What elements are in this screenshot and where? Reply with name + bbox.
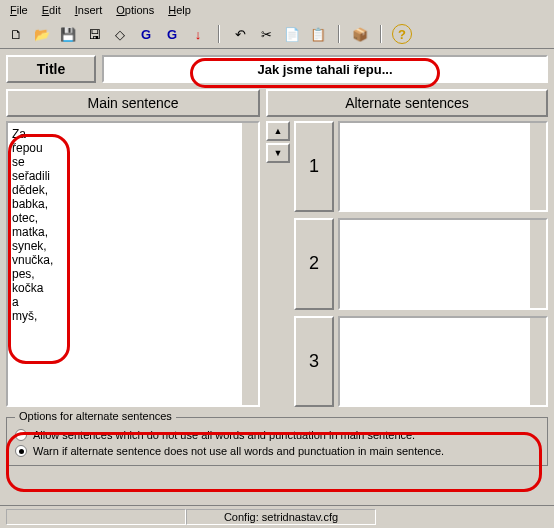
move-down-button[interactable]: ▼ [266, 143, 290, 163]
menu-insert[interactable]: Insert [69, 2, 109, 18]
radio-icon[interactable] [15, 429, 27, 441]
scrollbar[interactable] [530, 318, 546, 405]
separator [380, 25, 382, 43]
title-input[interactable] [102, 55, 548, 83]
status-left [6, 509, 186, 525]
title-label: Title [6, 55, 96, 83]
g2-icon[interactable]: G [162, 24, 182, 44]
open-icon[interactable]: 📂 [32, 24, 52, 44]
toolbar: 🗋 📂 💾 🖫 ◇ G G ↓ ↶ ✂ 📄 📋 📦 ? [0, 20, 554, 49]
option-allow-label: Allow sentences which do not use all wor… [33, 429, 415, 441]
main-sentence-box[interactable]: Za řepou se seřadili dědek, babka, otec,… [6, 121, 260, 407]
status-config: Config: setridnastav.cfg [186, 509, 376, 525]
cut-icon[interactable]: ✂ [256, 24, 276, 44]
new-icon[interactable]: 🗋 [6, 24, 26, 44]
slot-3-button[interactable]: 3 [294, 316, 334, 407]
help-icon[interactable]: ? [392, 24, 412, 44]
main-sentence-header: Main sentence [6, 89, 260, 117]
scrollbar[interactable] [242, 123, 258, 405]
menubar: File Edit Insert Options Help [0, 0, 554, 20]
menu-file[interactable]: File [4, 2, 34, 18]
statusbar: Config: setridnastav.cfg [0, 505, 554, 528]
slot-1-button[interactable]: 1 [294, 121, 334, 212]
erase-icon[interactable]: ◇ [110, 24, 130, 44]
undo-icon[interactable]: ↶ [230, 24, 250, 44]
save-set-icon[interactable]: 🖫 [84, 24, 104, 44]
menu-edit[interactable]: Edit [36, 2, 67, 18]
alt-sentence-3[interactable] [338, 316, 548, 407]
options-group: Options for alternate sentences Allow se… [6, 417, 548, 466]
scrollbar[interactable] [530, 220, 546, 307]
paste-icon[interactable]: 📋 [308, 24, 328, 44]
slot-2-button[interactable]: 2 [294, 218, 334, 309]
app-icon[interactable]: 📦 [350, 24, 370, 44]
option-warn[interactable]: Warn if alternate sentence does not use … [15, 443, 539, 459]
main-sentence-text: Za řepou se seřadili dědek, babka, otec,… [12, 127, 254, 323]
scrollbar[interactable] [530, 123, 546, 210]
options-legend: Options for alternate sentences [15, 410, 176, 422]
alternate-sentences-header: Alternate sentences [266, 89, 548, 117]
separator [338, 25, 340, 43]
g1-icon[interactable]: G [136, 24, 156, 44]
option-warn-label: Warn if alternate sentence does not use … [33, 445, 444, 457]
save-icon[interactable]: 💾 [58, 24, 78, 44]
copy-icon[interactable]: 📄 [282, 24, 302, 44]
alt-sentence-2[interactable] [338, 218, 548, 309]
alt-sentence-1[interactable] [338, 121, 548, 212]
menu-options[interactable]: Options [110, 2, 160, 18]
option-allow[interactable]: Allow sentences which do not use all wor… [15, 427, 539, 443]
down-arrow-icon[interactable]: ↓ [188, 24, 208, 44]
move-up-button[interactable]: ▲ [266, 121, 290, 141]
radio-icon[interactable] [15, 445, 27, 457]
separator [218, 25, 220, 43]
menu-help[interactable]: Help [162, 2, 197, 18]
